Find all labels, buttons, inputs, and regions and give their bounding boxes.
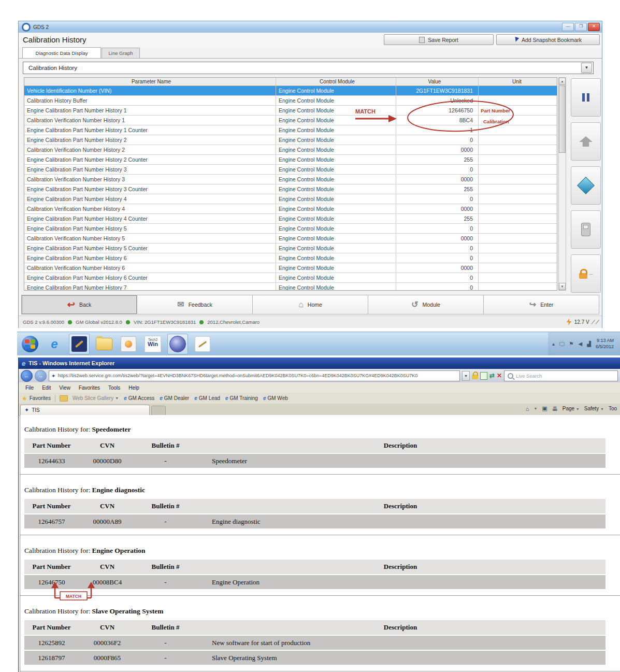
tech2win-taskbar-icon[interactable]: Tech2 Win [143, 334, 163, 354]
favorites-link[interactable]: eGM Lead [192, 395, 223, 401]
scroll-down-icon[interactable]: ▼ [559, 283, 566, 290]
parameter-table-header: Parameter Name Control Module Value Unit [24, 78, 557, 86]
feedback-button[interactable]: ✉ Feedback [137, 295, 253, 314]
paint-taskbar-icon[interactable] [193, 334, 212, 354]
snapshot-button[interactable] [571, 166, 601, 205]
parameter-row[interactable]: Engine Calibration Part Number History 1… [24, 106, 557, 116]
module-button[interactable]: ↺ Module [368, 295, 484, 314]
minimize-button[interactable]: — [562, 23, 574, 31]
parameter-row[interactable]: Calibration Verification Number History … [24, 175, 557, 184]
tech2-tool-taskbar-icon[interactable] [69, 334, 90, 354]
compatibility-icon[interactable] [480, 372, 487, 380]
favorites-button[interactable]: Favorites [30, 395, 51, 401]
parameter-row[interactable]: Engine Calibration Part Number History 3… [24, 184, 557, 194]
ie-titlebar[interactable]: e TIS - Windows Internet Explorer [19, 358, 620, 369]
chevron-down-icon[interactable]: ▼ [581, 63, 592, 73]
add-favorites-folder-icon[interactable] [60, 395, 68, 402]
enter-button[interactable]: ↪ Enter [484, 295, 599, 314]
parameter-row[interactable]: Calibration Verification Number History … [24, 234, 557, 244]
parameter-row[interactable]: Calibration Verification Number History … [24, 263, 557, 273]
gds2-titlebar[interactable]: GDS 2 — ❐ ✕ [19, 21, 602, 33]
browser-forward-button[interactable]: → [35, 370, 47, 382]
tab-line-graph[interactable]: Line Graph [102, 48, 140, 58]
page-up-button[interactable] [571, 122, 601, 161]
mdi-device-button[interactable] [571, 210, 601, 249]
home-icon[interactable]: ⌂ [526, 406, 529, 412]
parameter-row[interactable]: Engine Calibration Part Number History 4… [24, 194, 557, 204]
favorites-link[interactable]: eGM Web [261, 395, 291, 401]
column-header: Bulletin # [136, 560, 195, 574]
menu-item-file[interactable]: File [22, 384, 37, 392]
save-report-button[interactable]: Save Report [384, 34, 494, 45]
add-snapshot-bookmark-button[interactable]: Add Snapshot Bookmark [496, 34, 600, 45]
taskbar-clock[interactable]: 9:13 AM 6/5/2012 [596, 338, 616, 350]
internet-explorer-taskbar-icon[interactable]: e [45, 334, 64, 354]
live-search-box[interactable]: Live Search [504, 370, 618, 381]
print-icon[interactable]: 🖶 [552, 406, 558, 412]
favorites-link[interactable]: eGM Access [121, 395, 157, 401]
page-menu[interactable]: Page ▼ [563, 406, 580, 411]
stop-icon[interactable]: ✕ [497, 372, 502, 379]
tools-menu[interactable]: Too [609, 406, 617, 411]
scrollbar-thumb[interactable] [559, 85, 566, 153]
safety-menu[interactable]: Safety ▼ [584, 406, 604, 411]
parameter-row[interactable]: Engine Calibration Part Number History 3… [24, 165, 557, 175]
browser-back-button[interactable]: ← [21, 370, 33, 382]
parameter-row[interactable]: Engine Calibration Part Number History 5… [24, 244, 557, 253]
tray-volume-icon[interactable]: ◀ [579, 341, 583, 347]
menu-item-favorites[interactable]: Favorites [75, 384, 104, 392]
ie-e-icon: e [160, 395, 163, 401]
tray-display-icon[interactable]: 🖵 [559, 341, 565, 347]
chevron-down-icon[interactable]: ▼ [534, 407, 537, 410]
parameter-row[interactable]: Engine Calibration Part Number History 1… [24, 125, 557, 135]
media-player-icon [121, 336, 136, 352]
tab-tis[interactable]: ✦ TIS [20, 405, 150, 415]
start-button[interactable] [20, 334, 40, 354]
col-parameter-name: Parameter Name [24, 78, 276, 85]
home-button[interactable]: ⌂ Home [253, 295, 368, 314]
tray-flag-icon[interactable]: ⚑ [569, 341, 574, 347]
maximize-button[interactable]: ❐ [575, 23, 587, 31]
parameter-row[interactable]: Engine Calibration Part Number History 2… [24, 135, 557, 145]
favorites-link[interactable]: eGM Training [223, 395, 261, 401]
parameter-row[interactable]: Vehicle Identification Number (VIN)Engin… [24, 86, 557, 96]
lock-button[interactable]: – [571, 254, 601, 293]
data-list-dropdown[interactable]: Calibration History ▼ [23, 62, 594, 74]
address-field[interactable]: ✦ https://tis2web.service.gm.com/tis2web… [49, 370, 460, 381]
close-button[interactable]: ✕ [588, 23, 600, 31]
parameter-row[interactable]: Engine Calibration Part Number History 2… [24, 155, 557, 165]
favorites-link[interactable]: eGM Dealer [157, 395, 192, 401]
menu-item-edit[interactable]: Edit [38, 384, 54, 392]
table-scrollbar[interactable]: ▲ ▼ [558, 77, 566, 291]
favorites-link[interactable]: Web Slice Gallery▼ [70, 395, 121, 401]
enter-arrow-icon: ↪ [529, 301, 536, 309]
tray-network-icon[interactable]: ▟ [587, 341, 591, 347]
media-player-taskbar-icon[interactable] [119, 334, 138, 354]
gds2-taskbar-icon[interactable] [167, 334, 188, 354]
parameter-row[interactable]: Engine Calibration Part Number History 5… [24, 224, 557, 234]
parameter-row[interactable]: Engine Calibration Part Number History 6… [24, 273, 557, 283]
cell: Engine Calibration Part Number History 6… [24, 273, 276, 282]
scroll-up-icon[interactable]: ▲ [559, 78, 566, 85]
parameter-row[interactable]: Engine Calibration Part Number History 6… [24, 253, 557, 263]
calibration-table: Part NumberCVNBulletin #Description12625… [24, 620, 605, 666]
menu-item-help[interactable]: Help [125, 384, 143, 392]
parameter-row[interactable]: Engine Calibration Part Number History 4… [24, 214, 557, 224]
folder-taskbar-icon[interactable] [94, 334, 114, 354]
parameter-row[interactable]: Calibration Verification Number History … [24, 145, 557, 155]
address-dropdown-icon[interactable]: ▼ [462, 371, 470, 381]
parameter-row[interactable]: Engine Calibration Part Number History 7… [24, 283, 557, 291]
back-button[interactable]: ↩ Back [22, 295, 137, 314]
tab-diagnostic-data-display[interactable]: Diagnostic Data Display [22, 47, 101, 58]
parameter-row[interactable]: Calibration Verification Number History … [24, 116, 557, 125]
menu-item-view[interactable]: View [55, 384, 74, 392]
parameter-row[interactable]: Calibration History BufferEngine Control… [24, 96, 557, 106]
pause-button[interactable] [571, 78, 601, 117]
feeds-icon[interactable]: ▣ [542, 405, 547, 412]
new-tab-button[interactable] [151, 406, 166, 416]
cell: Engine Control Module [276, 116, 396, 125]
refresh-icon[interactable]: ⇄ [489, 372, 495, 379]
parameter-row[interactable]: Calibration Verification Number History … [24, 204, 557, 214]
menu-item-tools[interactable]: Tools [105, 384, 124, 392]
tray-expand-icon[interactable]: ▴ [552, 341, 555, 347]
